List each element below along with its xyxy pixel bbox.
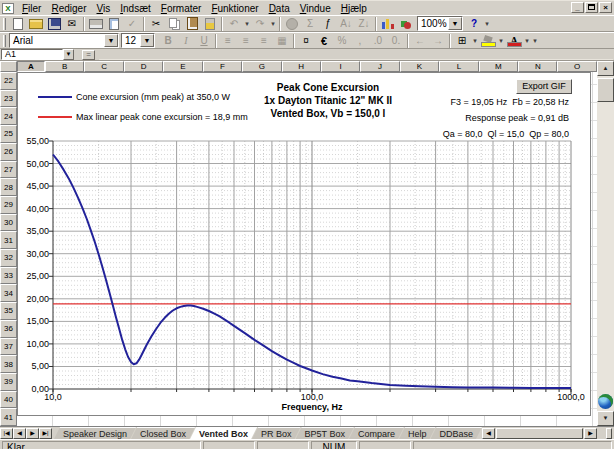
column-header-g[interactable]: G: [242, 61, 281, 72]
column-header-n[interactable]: N: [518, 61, 557, 72]
tab-help[interactable]: Help: [399, 427, 436, 439]
new-button[interactable]: [9, 16, 27, 31]
row-header-27[interactable]: 27: [0, 161, 17, 179]
chevron-down-icon[interactable]: ▼: [140, 34, 154, 47]
toolbar-options-button[interactable]: ▾: [531, 33, 539, 48]
paste-function-button[interactable]: ƒ: [319, 16, 337, 31]
toolbar-grip[interactable]: [3, 18, 6, 30]
name-box-dropdown-icon[interactable]: ▼: [63, 49, 74, 60]
menu-vis[interactable]: Vis: [92, 2, 116, 15]
chevron-down-icon[interactable]: ▼: [448, 17, 462, 30]
row-header-28[interactable]: 28: [0, 178, 17, 196]
excel-app-icon[interactable]: X: [2, 3, 14, 14]
scroll-up-icon[interactable]: ▲: [597, 61, 614, 76]
drawing-button[interactable]: [397, 16, 415, 31]
column-header-i[interactable]: I: [321, 61, 360, 72]
euro-style-button[interactable]: €: [315, 33, 333, 48]
open-button[interactable]: [27, 16, 45, 31]
formula-input[interactable]: [99, 49, 613, 60]
row-header-34[interactable]: 34: [0, 284, 17, 302]
excursion-chart[interactable]: Peak Cone Excursion1x Dayton Titanic 12"…: [17, 72, 591, 416]
row-header-35[interactable]: 35: [0, 302, 17, 320]
tab-speaker-design[interactable]: Speaker Design: [54, 427, 136, 439]
column-header-f[interactable]: F: [203, 61, 242, 72]
row-header-39[interactable]: 39: [0, 373, 17, 391]
restore-button[interactable]: [585, 2, 598, 13]
email-button[interactable]: ✉: [63, 16, 81, 31]
tab-nav-3[interactable]: ▶|: [39, 428, 52, 439]
copy-button[interactable]: [165, 16, 183, 31]
minimize-button[interactable]: _: [571, 2, 584, 13]
column-header-k[interactable]: K: [400, 61, 439, 72]
menu-funktioner[interactable]: Funktioner: [206, 2, 263, 15]
tab-ddbase[interactable]: DDBase: [431, 427, 483, 439]
row-header-41[interactable]: 41: [0, 408, 17, 426]
save-button[interactable]: [45, 16, 63, 31]
horizontal-scroll-thumb[interactable]: [496, 428, 583, 439]
tab-pr-box[interactable]: PR Box: [252, 427, 301, 439]
row-header-40[interactable]: 40: [0, 391, 17, 409]
chart-wizard-button[interactable]: [379, 16, 397, 31]
cut-button[interactable]: ✂: [147, 16, 165, 31]
horizontal-scrollbar[interactable]: ◀ ▶: [482, 428, 614, 439]
column-header-d[interactable]: D: [124, 61, 163, 72]
fill-color-button[interactable]: [479, 33, 497, 48]
edit-formula-button[interactable]: =: [82, 50, 95, 60]
tab-bp5t-box[interactable]: BP5T Box: [296, 427, 354, 439]
font-color-button[interactable]: A: [505, 33, 523, 48]
tab-nav-1[interactable]: ◀: [13, 428, 26, 439]
toolbar-grip[interactable]: [3, 35, 6, 47]
column-header-o[interactable]: O: [557, 61, 596, 72]
borders-dropdown-icon[interactable]: ▾: [471, 33, 479, 48]
tab-nav-2[interactable]: ▶: [26, 428, 39, 439]
menu-filer[interactable]: Filer: [17, 2, 46, 15]
column-header-h[interactable]: H: [282, 61, 321, 72]
row-header-36[interactable]: 36: [0, 320, 17, 338]
column-header-b[interactable]: B: [45, 61, 84, 72]
column-header-a[interactable]: A: [17, 61, 45, 72]
row-header-32[interactable]: 32: [0, 249, 17, 267]
column-header-m[interactable]: M: [479, 61, 518, 72]
row-header-22[interactable]: 22: [0, 72, 17, 90]
row-header-23[interactable]: 23: [0, 90, 17, 108]
row-header-26[interactable]: 26: [0, 143, 17, 161]
column-header-c[interactable]: C: [84, 61, 123, 72]
row-header-31[interactable]: 31: [0, 231, 17, 249]
toolbar-options-button[interactable]: ▾: [483, 16, 491, 31]
row-header-30[interactable]: 30: [0, 214, 17, 232]
worksheet-cells[interactable]: Peak Cone Excursion1x Dayton Titanic 12"…: [17, 72, 597, 426]
chevron-down-icon[interactable]: ▼: [104, 34, 118, 47]
row-header-37[interactable]: 37: [0, 338, 17, 356]
menu-rediger[interactable]: Rediger: [46, 2, 91, 15]
menu-hj-lp[interactable]: Hjælp: [336, 2, 372, 15]
menu-formater[interactable]: Formater: [156, 2, 207, 15]
menu-data[interactable]: Data: [264, 2, 295, 15]
close-button[interactable]: ×: [599, 2, 612, 13]
vertical-scroll-thumb[interactable]: [597, 78, 614, 102]
name-box[interactable]: A1: [1, 49, 63, 60]
borders-button[interactable]: ⊞: [453, 33, 471, 48]
vertical-scrollbar[interactable]: ▲ ▼: [597, 61, 614, 426]
font-name-combo[interactable]: Arial ▼: [9, 33, 119, 48]
scroll-down-icon[interactable]: ▼: [597, 411, 614, 426]
column-header-j[interactable]: J: [360, 61, 399, 72]
currency-style-button[interactable]: ¤: [297, 33, 315, 48]
font-color-dropdown-icon[interactable]: ▾: [523, 33, 531, 48]
tab-vented-box[interactable]: Vented Box: [190, 427, 257, 439]
format-painter-button[interactable]: [201, 16, 219, 31]
menu-vindue[interactable]: Vindue: [295, 2, 336, 15]
row-header-29[interactable]: 29: [0, 196, 17, 214]
tab-compare[interactable]: Compare: [349, 427, 404, 439]
row-header-33[interactable]: 33: [0, 267, 17, 285]
print-button[interactable]: [87, 16, 105, 31]
column-header-l[interactable]: L: [439, 61, 478, 72]
row-header-25[interactable]: 25: [0, 125, 17, 143]
tab-closed-box[interactable]: Closed Box: [131, 427, 195, 439]
zoom-combo[interactable]: 100%▼: [417, 16, 463, 31]
fill-color-dropdown-icon[interactable]: ▾: [497, 33, 505, 48]
tab-split-handle[interactable]: [606, 428, 612, 439]
help-button[interactable]: ?: [465, 16, 483, 31]
menu-inds-t[interactable]: Indsæt: [115, 2, 156, 15]
paste-button[interactable]: [183, 16, 201, 31]
print-preview-button[interactable]: [105, 16, 123, 31]
